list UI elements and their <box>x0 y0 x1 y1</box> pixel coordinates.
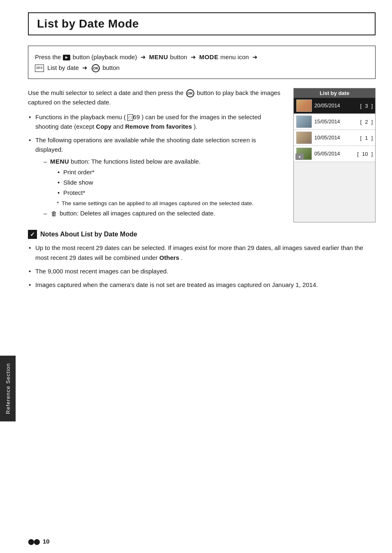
listdate-icon: 12≡ <box>35 65 44 72</box>
bracket-close-4: ] <box>371 151 373 157</box>
date-panel: List by date 20/05/2014 [ 3 ] 15/05/2014 <box>293 88 376 222</box>
page-title: List by Date Mode <box>37 17 139 30</box>
playback-button-icon <box>63 55 70 60</box>
date-panel-date-4: 05/05/2014 <box>314 151 355 157</box>
sub-sub-item-3: Protect* <box>58 188 285 197</box>
asterisk-note: The same settings can be applied to all … <box>50 199 285 208</box>
note-item-2: The 9,000 most recent images can be disp… <box>28 266 376 276</box>
checkmark-icon <box>28 230 37 239</box>
notes-title: Notes About List by Date Mode <box>40 231 137 238</box>
arrow-1: ➜ <box>141 53 146 60</box>
main-bullet-list: Functions in the playback menu ( □69 ) c… <box>28 112 285 219</box>
count-4: 10 <box>362 151 368 157</box>
nav-ok-button-text: button <box>102 64 120 71</box>
note-item-1: Up to the most recent 29 dates can be se… <box>28 243 376 262</box>
sub-menu-text: button: The functions listed below are a… <box>71 158 201 165</box>
sub-sub-text-3: Protect* <box>63 189 85 196</box>
ok-button-icon: OK <box>92 64 100 72</box>
notes-header: Notes About List by Date Mode <box>28 230 376 239</box>
bracket-open-3: [ <box>360 135 362 141</box>
nav-prefix: Press the <box>35 53 63 60</box>
menu-label-sub: MENU <box>50 158 69 165</box>
note-2-text: The 9,000 most recent images can be disp… <box>35 268 168 275</box>
note-1-period: . <box>181 254 182 261</box>
bullet-1-text: Functions in the playback menu ( <box>35 113 126 120</box>
date-panel-row-1[interactable]: 20/05/2014 [ 3 ] <box>294 98 375 114</box>
sub-list: MENU button: The functions listed below … <box>35 157 285 219</box>
sub-sub-item-1: Print order* <box>58 167 285 177</box>
count-1: 3 <box>365 103 368 109</box>
nav-path-box: Press the button (playback mode) ➜ MENU … <box>28 46 376 79</box>
sub-item-trash: 🗑 button: Deletes all images captured on… <box>44 208 285 219</box>
sub-sub-item-2: Slide show <box>58 178 285 187</box>
bracket-open-2: [ <box>360 119 362 125</box>
sub-sub-list: Print order* Slide show Protect* <box>50 167 285 198</box>
date-panel-row-3[interactable]: 10/05/2014 [ 1 ] <box>294 130 375 146</box>
bracket-close-2: ] <box>371 119 373 125</box>
camera-dots: ⬤⬤ <box>28 538 39 545</box>
nav-list-label: List by date <box>47 64 79 71</box>
nav-button-label: button (playback mode) <box>73 53 139 60</box>
date-panel-date-3: 10/05/2014 <box>314 135 358 141</box>
sdcard-icon: ■ <box>295 153 304 160</box>
thumb-2 <box>296 116 312 128</box>
main-content: List by Date Mode Press the button (play… <box>16 0 392 553</box>
ref-box: □ <box>127 114 133 121</box>
footer-icon: ⬤⬤ 10 <box>28 538 50 545</box>
bullet-1-text3: and <box>113 123 125 130</box>
content-body: Use the multi selector to select a date … <box>28 88 376 222</box>
bracket-close-1: ] <box>371 103 373 109</box>
date-panel-row-2[interactable]: 15/05/2014 [ 2 ] <box>294 114 375 130</box>
arrow-4: ➜ <box>82 64 89 71</box>
note-3-text: Images captured when the camera's date i… <box>35 281 318 288</box>
menu-label-1: MENU <box>149 53 170 60</box>
thumb-1 <box>296 99 312 112</box>
date-panel-date-1: 20/05/2014 <box>314 103 358 109</box>
ref-num: 69 <box>133 113 140 120</box>
nav-button-word: button <box>170 53 189 60</box>
arrow-3: ➜ <box>252 53 258 60</box>
mode-label: MODE <box>199 53 221 60</box>
text-column: Use the multi selector to select a date … <box>28 88 285 222</box>
bullet-1-text4: ). <box>194 123 197 130</box>
note-item-3: Images captured when the camera's date i… <box>28 280 376 289</box>
sidebar: Reference Section <box>0 0 16 553</box>
intro-text-1: Use the multi selector to select a date … <box>28 89 185 96</box>
notes-list: Up to the most recent 29 dates can be se… <box>28 243 376 289</box>
date-panel-date-2: 15/05/2014 <box>314 119 358 125</box>
arrow-2: ➜ <box>191 53 196 60</box>
thumb-3 <box>296 132 312 144</box>
bracket-open-4: [ <box>357 151 359 157</box>
page-number: 10 <box>43 538 50 545</box>
count-3: 1 <box>365 135 368 141</box>
note-1-text: Up to the most recent 29 dates can be se… <box>35 244 363 261</box>
notes-section: Notes About List by Date Mode Up to the … <box>28 230 376 289</box>
bracket-open-1: [ <box>360 103 362 109</box>
page-container: Reference Section List by Date Mode Pres… <box>0 0 392 553</box>
sub-sub-text-2: Slide show <box>63 179 93 186</box>
page-title-bar: List by Date Mode <box>28 12 376 35</box>
page-footer: ⬤⬤ 10 <box>28 538 380 545</box>
bullet-item-2: The following operations are available w… <box>28 135 285 218</box>
nav-calendar-icon: 12≡ <box>35 64 47 71</box>
note-1-others: Others <box>159 254 179 261</box>
sidebar-label: Reference Section <box>5 363 11 414</box>
bullet-1-bold1: Copy <box>96 123 112 130</box>
sub-item-menu: MENU button: The functions listed below … <box>44 157 285 208</box>
trash-icon: 🗑 <box>51 209 57 218</box>
bullet-item-1: Functions in the playback menu ( □69 ) c… <box>28 112 285 132</box>
bullet-1-bold2: Remove from favorites <box>125 123 192 130</box>
nav-menu-icon-text: menu icon <box>220 53 250 60</box>
intro-text: Use the multi selector to select a date … <box>28 88 285 107</box>
sidebar-label-container: Reference Section <box>0 356 16 421</box>
bracket-close-3: ] <box>371 135 373 141</box>
sub-sub-text-1: Print order* <box>63 169 95 176</box>
ok-button-inline: OK <box>186 89 194 97</box>
bullet-2-text: The following operations are available w… <box>35 137 256 153</box>
count-2: 2 <box>365 119 368 125</box>
date-panel-row-4[interactable]: 05/05/2014 [ 10 ] ■ <box>294 146 375 162</box>
date-panel-header: List by date <box>294 88 375 98</box>
sub-trash-text: button: Deletes all images captured on t… <box>60 210 215 217</box>
